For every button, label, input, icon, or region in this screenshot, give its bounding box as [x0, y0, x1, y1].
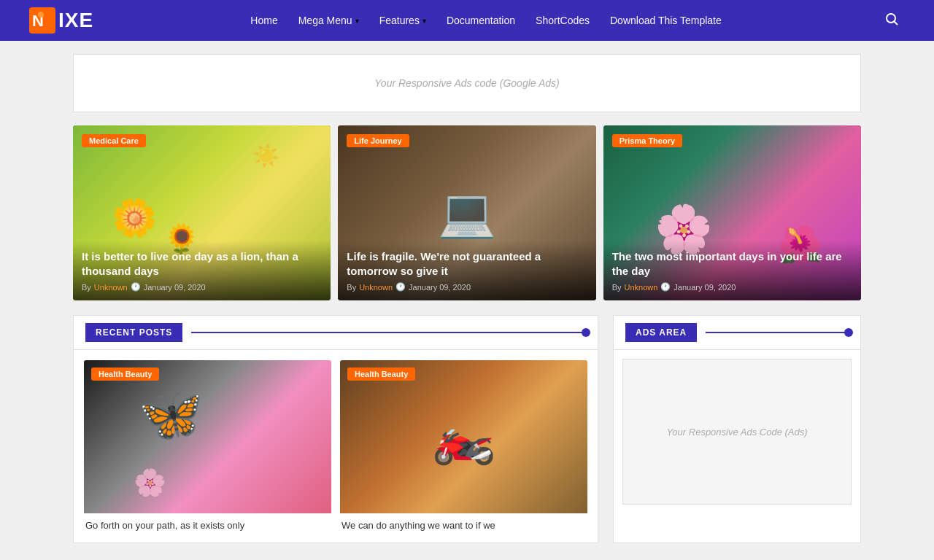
featured-card-3-title: The two most important days in your life… [612, 249, 852, 278]
laptop-icon: 💻 [438, 186, 496, 241]
clock-icon-2: 🕐 [395, 282, 406, 292]
by-label-3: By [612, 283, 622, 292]
main-nav: Home Mega Menu ▾ Features ▾ Documentatio… [250, 15, 721, 26]
ads-panel: ADS AREA Your Responsive Ads Code (Ads) [613, 315, 861, 543]
featured-card-1-date: January 09, 2020 [144, 283, 206, 292]
recent-posts-header-line [191, 332, 586, 333]
nav-home[interactable]: Home [250, 15, 277, 26]
featured-card-2-author[interactable]: Unknown [359, 283, 393, 292]
features-arrow: ▾ [422, 17, 426, 25]
logo[interactable]: N IXE [29, 7, 93, 34]
search-button[interactable] [879, 6, 905, 36]
recent-card-2-title: We can do anything we want to if we [340, 519, 587, 532]
nav-shortcodes[interactable]: ShortCodes [536, 15, 590, 26]
featured-card-2-category[interactable]: Life Journey [347, 134, 409, 147]
bottom-section: RECENT POSTS 🦋 🌸 Health Beauty Go forth … [73, 315, 861, 543]
svg-line-4 [895, 21, 898, 25]
recent-card-1[interactable]: 🦋 🌸 Health Beauty Go forth on your path,… [84, 360, 331, 532]
recent-posts-title: RECENT POSTS [85, 323, 182, 342]
featured-card-2-title: Life is fragile. We're not guaranteed a … [347, 249, 587, 278]
svg-point-2 [38, 12, 44, 18]
ads-panel-header: ADS AREA [614, 316, 860, 350]
clock-icon-3: 🕐 [660, 282, 671, 292]
main-wrapper: Your Responsive Ads code (Google Ads) 🌼 … [66, 54, 868, 543]
featured-card-3-author[interactable]: Unknown [625, 283, 658, 292]
featured-card-2-overlay: Life is fragile. We're not guaranteed a … [338, 241, 595, 300]
clock-icon-1: 🕐 [131, 282, 141, 292]
recent-card-2[interactable]: 🏍️ Health Beauty We can do anything we w… [340, 360, 587, 532]
by-label-2: By [347, 283, 356, 292]
recent-posts-grid: 🦋 🌸 Health Beauty Go forth on your path,… [74, 350, 598, 542]
recent-posts-header: RECENT POSTS [74, 316, 598, 350]
nav-documentation[interactable]: Documentation [447, 15, 515, 26]
site-header: N IXE Home Mega Menu ▾ Features ▾ Docume… [0, 0, 934, 41]
recent-card-2-img: 🏍️ [340, 360, 587, 513]
ads-panel-header-line [706, 332, 849, 333]
ads-content: Your Responsive Ads Code (Ads) [614, 350, 860, 513]
ads-banner-text: Your Responsive Ads code (Google Ads) [374, 77, 559, 89]
recent-card-1-title: Go forth on your path, as it exists only [84, 519, 331, 532]
featured-card-2-date: January 09, 2020 [409, 283, 471, 292]
flower-yellow-icon: 🌼 [112, 197, 157, 239]
motorbike-icon: 🏍️ [432, 407, 495, 467]
featured-card-1-author[interactable]: Unknown [94, 283, 128, 292]
svg-point-3 [887, 14, 895, 23]
recent-card-2-category[interactable]: Health Beauty [347, 368, 415, 381]
butterfly-icon: 🦋 [138, 383, 204, 445]
ads-banner: Your Responsive Ads code (Google Ads) [73, 54, 861, 112]
featured-card-3-category[interactable]: Prisma Theory [612, 134, 682, 147]
search-icon [884, 12, 899, 26]
nav-mega-menu[interactable]: Mega Menu ▾ [298, 15, 359, 26]
nav-features[interactable]: Features ▾ [379, 15, 426, 26]
featured-card-3[interactable]: 🌸 🌺 Prisma Theory The two most important… [603, 125, 861, 300]
by-label: By [82, 283, 91, 292]
featured-card-1[interactable]: 🌼 🌻 ☀️ Medical Care It is better to live… [73, 125, 331, 300]
featured-grid: 🌼 🌻 ☀️ Medical Care It is better to live… [73, 125, 861, 300]
featured-card-3-meta: By Unknown 🕐 January 09, 2020 [612, 282, 852, 292]
flower-icon-2: 🌸 [134, 467, 166, 498]
featured-card-2[interactable]: 💻 Life Journey Life is fragile. We're no… [338, 125, 595, 300]
ads-box: Your Responsive Ads Code (Ads) [622, 359, 852, 505]
featured-card-1-category[interactable]: Medical Care [82, 134, 146, 147]
recent-posts-panel: RECENT POSTS 🦋 🌸 Health Beauty Go forth … [73, 315, 598, 543]
mega-menu-arrow: ▾ [355, 17, 359, 25]
logo-icon: N [29, 7, 55, 34]
header-right [879, 6, 905, 36]
featured-card-3-overlay: The two most important days in your life… [603, 241, 861, 300]
sun-icon: ☀️ [252, 143, 279, 168]
featured-card-1-title: It is better to live one day as a lion, … [82, 249, 322, 278]
featured-card-2-meta: By Unknown 🕐 January 09, 2020 [347, 282, 587, 292]
featured-card-3-date: January 09, 2020 [674, 283, 736, 292]
featured-card-1-overlay: It is better to live one day as a lion, … [73, 241, 331, 300]
recent-card-1-category[interactable]: Health Beauty [91, 368, 159, 381]
featured-card-1-meta: By Unknown 🕐 January 09, 2020 [82, 282, 322, 292]
ads-box-text: Your Responsive Ads Code (Ads) [666, 427, 807, 438]
recent-card-1-img: 🦋 🌸 [84, 360, 331, 513]
logo-text: IXE [58, 9, 93, 32]
nav-download[interactable]: Download This Template [610, 15, 722, 26]
ads-panel-title: ADS AREA [625, 323, 697, 342]
